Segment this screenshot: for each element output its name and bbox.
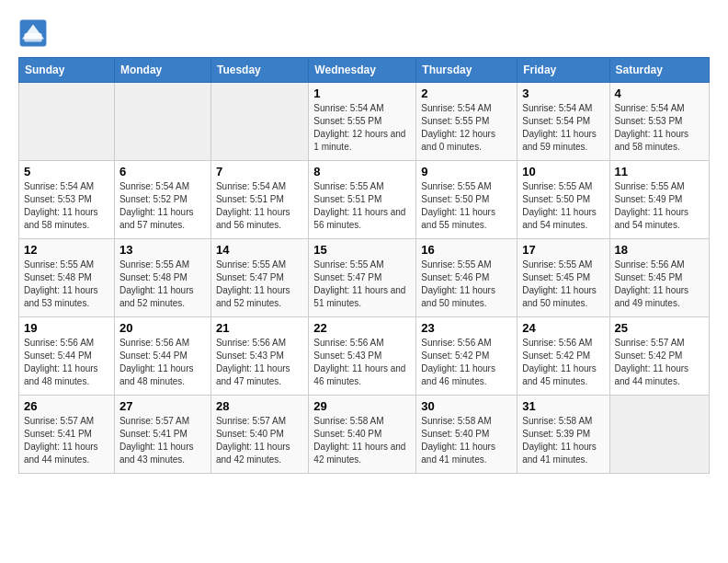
day-number: 16 — [421, 243, 512, 257]
calendar-header-row: SundayMondayTuesdayWednesdayThursdayFrid… — [19, 58, 710, 83]
cell-content: Sunrise: 5:54 AMSunset: 5:53 PMDaylight:… — [24, 180, 109, 232]
day-number: 7 — [216, 165, 303, 178]
column-header-saturday: Saturday — [609, 58, 710, 83]
day-number: 28 — [216, 399, 303, 413]
day-number: 10 — [522, 165, 604, 178]
calendar-cell: 7Sunrise: 5:54 AMSunset: 5:51 PMDaylight… — [210, 161, 308, 239]
column-header-friday: Friday — [518, 58, 609, 83]
cell-content: Sunrise: 5:55 AMSunset: 5:46 PMDaylight:… — [421, 259, 512, 310]
calendar-cell — [609, 396, 710, 474]
day-number: 27 — [119, 399, 206, 413]
column-header-tuesday: Tuesday — [210, 58, 308, 83]
calendar-week-row: 12Sunrise: 5:55 AMSunset: 5:48 PMDayligh… — [19, 239, 710, 317]
calendar-cell: 22Sunrise: 5:56 AMSunset: 5:43 PMDayligh… — [309, 317, 416, 396]
calendar-cell: 21Sunrise: 5:56 AMSunset: 5:43 PMDayligh… — [210, 317, 308, 396]
svg-rect-2 — [24, 33, 41, 42]
cell-content: Sunrise: 5:56 AMSunset: 5:45 PMDaylight:… — [615, 259, 705, 310]
day-number: 9 — [421, 165, 512, 178]
day-number: 24 — [522, 321, 604, 335]
calendar-cell — [210, 83, 308, 161]
day-number: 22 — [313, 321, 411, 335]
calendar-week-row: 19Sunrise: 5:56 AMSunset: 5:44 PMDayligh… — [19, 317, 710, 396]
calendar-cell — [114, 83, 210, 161]
calendar-cell — [19, 83, 115, 161]
column-header-thursday: Thursday — [416, 58, 518, 83]
cell-content: Sunrise: 5:54 AMSunset: 5:55 PMDaylight:… — [421, 102, 512, 154]
day-number: 18 — [615, 243, 705, 257]
calendar-cell: 14Sunrise: 5:55 AMSunset: 5:47 PMDayligh… — [210, 239, 308, 317]
cell-content: Sunrise: 5:56 AMSunset: 5:44 PMDaylight:… — [119, 337, 206, 388]
day-number: 6 — [119, 165, 206, 178]
day-number: 15 — [313, 243, 411, 257]
column-header-sunday: Sunday — [19, 58, 115, 83]
calendar-cell: 5Sunrise: 5:54 AMSunset: 5:53 PMDaylight… — [19, 161, 115, 239]
cell-content: Sunrise: 5:54 AMSunset: 5:51 PMDaylight:… — [216, 180, 303, 232]
calendar-cell: 2Sunrise: 5:54 AMSunset: 5:55 PMDaylight… — [416, 83, 518, 161]
calendar-cell: 11Sunrise: 5:55 AMSunset: 5:49 PMDayligh… — [609, 161, 710, 239]
calendar-cell: 13Sunrise: 5:55 AMSunset: 5:48 PMDayligh… — [114, 239, 210, 317]
day-number: 17 — [522, 243, 604, 257]
cell-content: Sunrise: 5:55 AMSunset: 5:47 PMDaylight:… — [313, 259, 411, 310]
day-number: 5 — [24, 165, 109, 178]
cell-content: Sunrise: 5:55 AMSunset: 5:50 PMDaylight:… — [522, 180, 604, 232]
cell-content: Sunrise: 5:55 AMSunset: 5:48 PMDaylight:… — [24, 259, 109, 310]
calendar-cell: 26Sunrise: 5:57 AMSunset: 5:41 PMDayligh… — [19, 396, 115, 474]
calendar-cell: 6Sunrise: 5:54 AMSunset: 5:52 PMDaylight… — [114, 161, 210, 239]
calendar-cell: 1Sunrise: 5:54 AMSunset: 5:55 PMDaylight… — [309, 83, 416, 161]
cell-content: Sunrise: 5:57 AMSunset: 5:41 PMDaylight:… — [24, 415, 109, 466]
calendar-table: SundayMondayTuesdayWednesdayThursdayFrid… — [18, 57, 710, 474]
day-number: 14 — [216, 243, 303, 257]
cell-content: Sunrise: 5:56 AMSunset: 5:43 PMDaylight:… — [216, 337, 303, 388]
logo — [18, 18, 51, 48]
calendar-cell: 18Sunrise: 5:56 AMSunset: 5:45 PMDayligh… — [609, 239, 710, 317]
day-number: 13 — [119, 243, 206, 257]
day-number: 4 — [615, 86, 705, 100]
cell-content: Sunrise: 5:56 AMSunset: 5:43 PMDaylight:… — [313, 337, 411, 388]
calendar-cell: 29Sunrise: 5:58 AMSunset: 5:40 PMDayligh… — [309, 396, 416, 474]
calendar-cell: 27Sunrise: 5:57 AMSunset: 5:41 PMDayligh… — [114, 396, 210, 474]
calendar-cell: 19Sunrise: 5:56 AMSunset: 5:44 PMDayligh… — [19, 317, 115, 396]
cell-content: Sunrise: 5:57 AMSunset: 5:41 PMDaylight:… — [119, 415, 206, 466]
cell-content: Sunrise: 5:55 AMSunset: 5:49 PMDaylight:… — [615, 180, 705, 232]
calendar-cell: 16Sunrise: 5:55 AMSunset: 5:46 PMDayligh… — [416, 239, 518, 317]
calendar-cell: 31Sunrise: 5:58 AMSunset: 5:39 PMDayligh… — [518, 396, 609, 474]
column-header-wednesday: Wednesday — [309, 58, 416, 83]
calendar-week-row: 5Sunrise: 5:54 AMSunset: 5:53 PMDaylight… — [19, 161, 710, 239]
calendar-cell: 4Sunrise: 5:54 AMSunset: 5:53 PMDaylight… — [609, 83, 710, 161]
cell-content: Sunrise: 5:58 AMSunset: 5:40 PMDaylight:… — [313, 415, 411, 466]
calendar-cell: 28Sunrise: 5:57 AMSunset: 5:40 PMDayligh… — [210, 396, 308, 474]
day-number: 25 — [615, 321, 705, 335]
logo-icon — [18, 18, 48, 48]
day-number: 26 — [24, 399, 109, 413]
day-number: 12 — [24, 243, 109, 257]
cell-content: Sunrise: 5:54 AMSunset: 5:54 PMDaylight:… — [522, 102, 604, 154]
cell-content: Sunrise: 5:55 AMSunset: 5:45 PMDaylight:… — [522, 259, 604, 310]
cell-content: Sunrise: 5:58 AMSunset: 5:40 PMDaylight:… — [421, 415, 512, 466]
calendar-cell: 8Sunrise: 5:55 AMSunset: 5:51 PMDaylight… — [309, 161, 416, 239]
cell-content: Sunrise: 5:56 AMSunset: 5:42 PMDaylight:… — [522, 337, 604, 388]
day-number: 3 — [522, 86, 604, 100]
day-number: 30 — [421, 399, 512, 413]
cell-content: Sunrise: 5:55 AMSunset: 5:47 PMDaylight:… — [216, 259, 303, 310]
calendar-cell: 23Sunrise: 5:56 AMSunset: 5:42 PMDayligh… — [416, 317, 518, 396]
cell-content: Sunrise: 5:54 AMSunset: 5:55 PMDaylight:… — [313, 102, 411, 154]
day-number: 31 — [522, 399, 604, 413]
calendar-cell: 10Sunrise: 5:55 AMSunset: 5:50 PMDayligh… — [518, 161, 609, 239]
day-number: 23 — [421, 321, 512, 335]
day-number: 8 — [313, 165, 411, 178]
day-number: 11 — [615, 165, 705, 178]
day-number: 19 — [24, 321, 109, 335]
calendar-cell: 24Sunrise: 5:56 AMSunset: 5:42 PMDayligh… — [518, 317, 609, 396]
day-number: 29 — [313, 399, 411, 413]
day-number: 20 — [119, 321, 206, 335]
cell-content: Sunrise: 5:54 AMSunset: 5:53 PMDaylight:… — [615, 102, 705, 154]
day-number: 21 — [216, 321, 303, 335]
cell-content: Sunrise: 5:55 AMSunset: 5:51 PMDaylight:… — [313, 180, 411, 232]
calendar-cell: 17Sunrise: 5:55 AMSunset: 5:45 PMDayligh… — [518, 239, 609, 317]
cell-content: Sunrise: 5:56 AMSunset: 5:42 PMDaylight:… — [421, 337, 512, 388]
cell-content: Sunrise: 5:57 AMSunset: 5:42 PMDaylight:… — [615, 337, 705, 388]
calendar-cell: 12Sunrise: 5:55 AMSunset: 5:48 PMDayligh… — [19, 239, 115, 317]
day-number: 2 — [421, 86, 512, 100]
cell-content: Sunrise: 5:58 AMSunset: 5:39 PMDaylight:… — [522, 415, 604, 466]
cell-content: Sunrise: 5:55 AMSunset: 5:48 PMDaylight:… — [119, 259, 206, 310]
